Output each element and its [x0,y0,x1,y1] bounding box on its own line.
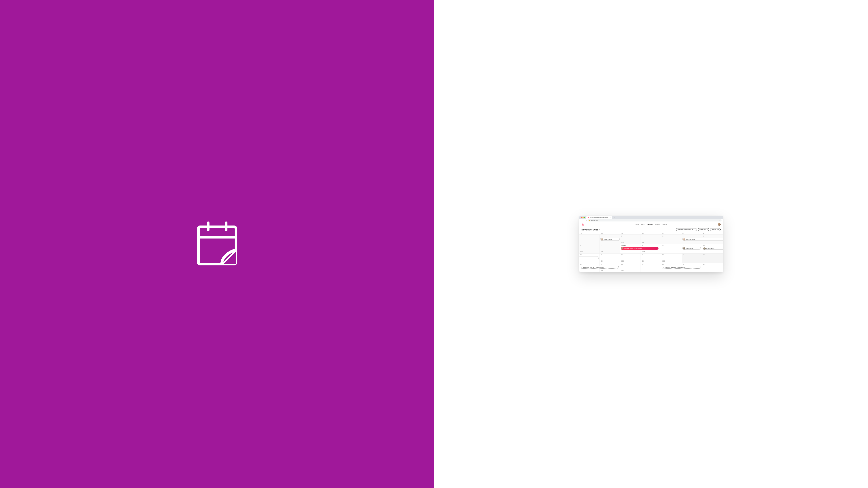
right-screenshot-panel: Vacation Rentals, Homes, Exp… × + ← → ⟳ … [434,0,868,488]
bookmark-star-icon[interactable]: ☆ [719,220,720,221]
price-label: $90 [621,270,624,271]
calendar-cell[interactable]: 15$80 [600,254,620,263]
guest-avatar [683,247,685,250]
calendar-cell[interactable]: 8$80 [600,244,620,254]
calendar-cell[interactable]: 7$80 [579,244,600,254]
calendar-cell[interactable]: 23$90 [620,263,641,272]
price-label: $80 [662,260,665,262]
guest-avatar [703,247,706,250]
calendar-cell[interactable] [579,235,600,244]
forward-button[interactable]: → [583,220,585,221]
nav-today[interactable]: Today [635,224,639,225]
nav-calendar[interactable]: Calendar [647,224,653,225]
month-selector[interactable]: November 2021 ▾ [582,228,600,231]
booking-chip-adam[interactable]: Adam · $200… [703,247,723,250]
dow-label: Th [661,232,682,234]
booking-chip-rebecca[interactable]: R Rebecca · $187.87 · Trip requested [580,266,619,268]
url-text: airbnb.com [591,220,598,221]
calendar-cell[interactable]: 2$90 [620,235,641,244]
tab-close-icon[interactable]: × [610,217,611,218]
browser-toolbar: ← → ⟳ 🔒 airbnb.com ☆ [579,219,723,222]
airbnb-logo-icon[interactable] [582,223,584,226]
booking-chip-lumen[interactable]: Lumen · $204… [600,238,620,241]
airbnb-favicon-icon [588,217,589,218]
maximize-window-dot[interactable] [584,217,585,218]
calendar-grid: 1 2$90 3$90 4⊷ 5 6 7$80 8$80 9 Today 10$… [579,234,723,272]
guest-avatar [683,238,685,240]
new-tab-button[interactable]: + [613,216,616,218]
price-label: $90 [642,241,644,243]
calendar-subheader: November 2021 ▾ Spacious home nested in…… [579,227,723,232]
calendar-cell[interactable]: 24 [641,263,661,272]
price-label: $90 [601,270,603,271]
month-label: November 2021 [582,228,598,231]
browser-tab-strip: Vacation Rentals, Homes, Exp… × + [579,216,723,219]
chevron-down-icon: ▾ [666,224,667,225]
booking-chip-barry[interactable]: Barry · $100… [682,247,701,250]
price-label: $90 [621,241,624,243]
calendar-cell-blocked[interactable]: 20 [702,254,723,263]
browser-window: Vacation Rentals, Homes, Exp… × + ← → ⟳ … [579,216,723,272]
calendar-cell[interactable]: 16$80 [620,254,641,263]
price-label: $100 [642,251,645,252]
nav-inbox[interactable]: Inbox [641,224,645,225]
guest-avatar [621,247,623,250]
chevron-down-icon: ▾ [694,229,695,230]
booking-label: Scott · $212.91 [686,239,695,240]
price-label: $80 [621,260,624,262]
booking-chip-scott[interactable]: Scott · $212.91 [682,238,723,241]
reload-button[interactable]: ⟳ [586,220,587,221]
dow-label: Mo [600,232,620,234]
booking-chip-continuation[interactable] [579,256,599,259]
dow-label: Tu [620,232,641,234]
back-button[interactable]: ← [581,220,582,221]
booking-label: Rebecca · $187.87 · Trip requested [583,266,604,268]
guest-avatar [601,238,603,240]
window-traffic-lights[interactable] [581,217,585,218]
nav-more[interactable]: More▾ [662,224,667,225]
dow-label: Sa [702,232,722,234]
close-window-dot[interactable] [581,217,582,218]
booking-chip-nathan[interactable]: N Nathan · $226.34 · Trip requested [662,266,701,268]
browser-tab[interactable]: Vacation Rentals, Homes, Exp… × [586,216,612,219]
price-label: $80 [601,251,603,252]
day-of-week-row: Su Mo Tu We Th Fr Sa [579,232,723,234]
calendar-cell-blocked[interactable]: 19 [682,254,702,263]
user-avatar[interactable] [718,223,721,226]
calendar-cell[interactable]: 17$80 [641,254,661,263]
price-label: $80 [642,260,644,262]
dow-label: We [641,232,661,234]
calendar-note-icon [195,221,240,268]
booking-label: Barry · $100… [686,248,694,249]
price-label: $80 [581,251,583,252]
today-label: Today [622,245,626,246]
guest-initial-avatar: N [662,266,664,268]
app-header: Today Inbox Calendar Insights More▾ [579,222,723,227]
tab-title: Vacation Rentals, Homes, Exp… [590,217,609,218]
booking-label: Adam · $200… [706,248,715,249]
dow-label: Su [580,232,600,234]
calendar-cell[interactable]: 3$90 [641,235,661,244]
booking-label: Lumen · $204… [604,239,614,240]
details-selector-pill[interactable]: Details · 2▾ [710,228,721,231]
booking-label: Summer · $176.23 · Currently [624,248,642,249]
calendar-cell[interactable]: 27 [702,263,723,272]
chevron-down-icon: ▾ [599,229,599,230]
chevron-down-icon: ▾ [707,229,708,230]
calendar-cell[interactable]: 18$80 [661,254,682,263]
minimize-window-dot[interactable] [583,217,584,218]
address-bar[interactable]: 🔒 airbnb.com ☆ [588,219,721,222]
chevron-down-icon: ▾ [718,229,719,230]
booking-label: Nathan · $226.34 · Trip requested [665,266,685,268]
main-nav: Today Inbox Calendar Insights More▾ [635,224,667,225]
listing-selector-pill[interactable]: Spacious home nested in…▾ [676,228,697,231]
view-selector-pill[interactable]: Month view▾ [698,228,709,231]
dow-label: Fr [682,232,702,234]
booking-chip-summer[interactable]: Summer · $176.23 · Currently [621,247,658,250]
nav-insights[interactable]: Insights [655,224,660,225]
guest-initial-avatar: R [581,266,583,268]
calendar-cell[interactable]: 4⊷ [661,235,682,244]
left-hero-panel [0,0,434,488]
calendar-cell[interactable]: 11 [661,244,682,254]
lock-icon: 🔒 [589,220,590,221]
